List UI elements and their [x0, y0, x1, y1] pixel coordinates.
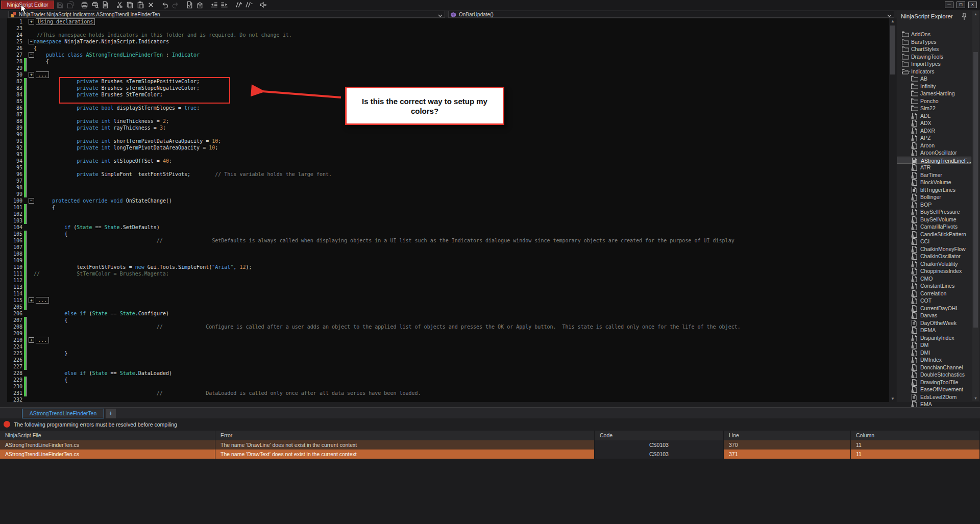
document-icon[interactable] [102, 1, 110, 9]
explorer-item[interactable]: BuySellPressure [897, 208, 971, 215]
collapsed-region-box[interactable]: ... [36, 337, 49, 343]
code-line[interactable]: 110 textFontStPivots = new Gui.Tools.Sim… [7, 264, 889, 270]
explorer-item[interactable]: EMA [897, 401, 971, 408]
code-line[interactable]: 227 [7, 363, 889, 370]
explorer-item[interactable]: COT [897, 297, 971, 304]
code-line[interactable]: 92 private int longTermPivotDataAreaOpac… [7, 144, 889, 151]
code-line[interactable]: 230 [7, 383, 889, 390]
explorer-item[interactable]: DrawingToolTile [897, 379, 971, 386]
compile-icon[interactable] [196, 1, 204, 9]
column-header[interactable]: Line [724, 431, 851, 440]
code-line[interactable]: 103 [7, 217, 889, 224]
explorer-item[interactable]: ChaikinOscillator [897, 253, 971, 260]
code-line[interactable]: 205 [7, 304, 889, 310]
explorer-item[interactable]: ADX [897, 119, 971, 127]
scroll-down-icon[interactable]: ▼ [889, 396, 896, 402]
code-line[interactable]: 29 [7, 65, 889, 71]
scrollbar-thumb[interactable] [973, 52, 978, 328]
explorer-item[interactable]: ImportTypes [897, 60, 971, 67]
code-line[interactable]: 114 [7, 290, 889, 297]
explorer-item[interactable]: Sim22 [897, 105, 971, 112]
explorer-item[interactable]: AddOns [897, 31, 971, 38]
explorer-item[interactable]: DrawingTools [897, 53, 971, 60]
indent-icon[interactable] [220, 1, 229, 9]
collapsed-region-box[interactable]: ... [36, 297, 49, 304]
code-line[interactable]: 96 private SimpleFont textFontStPivots; … [7, 171, 889, 178]
column-header[interactable]: Column [851, 431, 980, 440]
code-line[interactable]: 24 //This namespace holds Indicators in … [7, 32, 889, 38]
code-line[interactable]: 115+... [7, 297, 889, 304]
collapsed-region-box[interactable]: ... [36, 71, 49, 78]
explorer-item[interactable]: CandleStickPattern [897, 231, 971, 238]
explorer-item[interactable]: CCI [897, 238, 971, 245]
code-line[interactable]: 108 [7, 251, 889, 257]
code-line[interactable]: 105 { [7, 231, 889, 237]
undo-icon[interactable] [161, 1, 169, 9]
column-header[interactable]: Error [215, 431, 595, 440]
code-line[interactable]: 1+Using declarations [7, 18, 889, 25]
copy-icon[interactable] [126, 1, 134, 9]
method-selector-dropdown[interactable]: OnBarUpdate() [448, 11, 894, 18]
code-line[interactable]: 23 [7, 25, 889, 32]
explorer-item[interactable]: Correlation [897, 290, 971, 297]
code-line[interactable]: 100− protected override void OnStateChan… [7, 197, 889, 204]
explorer-item[interactable]: ChaikinVolatility [897, 260, 971, 267]
code-line[interactable]: 109 [7, 257, 889, 264]
code-line[interactable]: 98 [7, 184, 889, 191]
explorer-item[interactable]: AB [897, 75, 971, 82]
code-line[interactable]: 28 { [7, 58, 889, 65]
explorer-item[interactable]: JamesHarding [897, 90, 971, 97]
comment-remove-icon[interactable] [245, 1, 253, 9]
code-line[interactable]: 90 [7, 131, 889, 138]
comment-add-icon[interactable] [235, 1, 243, 9]
explorer-item[interactable]: DMI [897, 349, 971, 356]
explorer-item[interactable]: DoubleStochastics [897, 371, 971, 378]
maximize-button[interactable]: □ [957, 2, 965, 8]
code-line[interactable]: 107 [7, 244, 889, 251]
code-line[interactable]: 104 if (State == State.SetDefaults) [7, 224, 889, 231]
scroll-down-icon[interactable]: ▼ [972, 395, 979, 401]
explorer-item[interactable]: DMIndex [897, 356, 971, 363]
code-line[interactable]: 102 [7, 211, 889, 217]
explorer-item[interactable]: BarTimer [897, 171, 971, 179]
explorer-item[interactable]: Poncho [897, 97, 971, 105]
code-line[interactable]: 111// StTermColor = Brushes.Magenta; [7, 270, 889, 277]
code-line[interactable]: 209 [7, 330, 889, 337]
code-line[interactable]: 112 [7, 277, 889, 284]
code-line[interactable]: 94 private int stSlopeOffSet = 40; [7, 158, 889, 164]
column-header[interactable]: NinjaScript File [0, 431, 215, 440]
explorer-item[interactable]: CMO [897, 275, 971, 282]
code-line[interactable]: 99 [7, 191, 889, 197]
code-line[interactable]: 101 { [7, 204, 889, 211]
explorer-item[interactable]: DayOftheWeek [897, 319, 971, 327]
explorer-item[interactable]: Indicators [897, 68, 971, 75]
explorer-item[interactable]: ATR [897, 164, 971, 171]
explorer-item[interactable]: BuySellVolume [897, 216, 971, 223]
fold-toggle-icon[interactable]: + [29, 297, 34, 303]
code-line[interactable]: 97 [7, 178, 889, 184]
explorer-item[interactable]: EaseOfMovement [897, 386, 971, 393]
explorer-item[interactable]: Aroon [897, 142, 971, 149]
code-line[interactable]: 93 [7, 151, 889, 158]
class-selector-dropdown[interactable]: NinjaTrader.NinjaScript.Indicators.AStro… [8, 11, 445, 18]
code-line[interactable]: 27− public class AStrongTrendLineFinderT… [7, 52, 889, 58]
pin-icon[interactable] [962, 13, 967, 22]
close-button[interactable]: × [968, 2, 977, 8]
explorer-item[interactable]: ChaikinMoneyFlow [897, 245, 971, 253]
explorer-item[interactable]: ConstantLines [897, 282, 971, 289]
code-line[interactable]: 228 else if (State == State.DataLoaded) [7, 370, 889, 377]
explorer-scrollbar[interactable]: ▲ ▼ [972, 11, 979, 401]
explorer-item[interactable]: AStrongTrendLineF... [897, 157, 971, 164]
scroll-up-icon[interactable]: ▲ [889, 18, 896, 24]
fold-toggle-icon[interactable]: + [29, 337, 34, 343]
code-line[interactable]: 224 [7, 343, 889, 350]
explorer-item[interactable]: BarsTypes [897, 38, 971, 45]
minimize-button[interactable]: ─ [945, 2, 953, 8]
explorer-item[interactable]: DEMA [897, 327, 971, 334]
code-line[interactable]: 231 // DataLoaded is called only once af… [7, 390, 889, 396]
code-line[interactable]: 210+... [7, 337, 889, 343]
explorer-item[interactable]: DM [897, 341, 971, 348]
print-icon[interactable] [81, 1, 89, 9]
mute-icon[interactable] [259, 1, 267, 9]
collapsed-region-box[interactable]: Using declarations [36, 18, 95, 25]
